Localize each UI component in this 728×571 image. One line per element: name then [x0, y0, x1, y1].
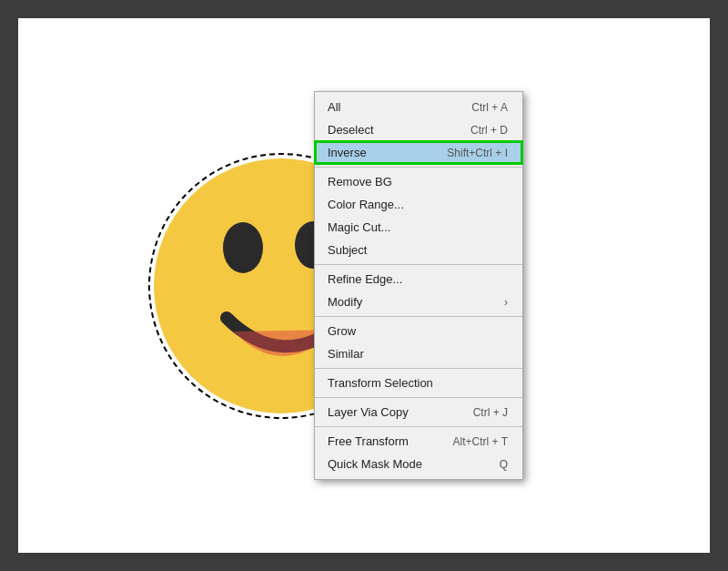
menu-separator: [315, 316, 522, 317]
menu-item-label-magic-cut: Magic Cut...: [328, 220, 508, 234]
menu-item-free-transform[interactable]: Free TransformAlt+Ctrl + T: [315, 430, 522, 453]
menu-item-grow[interactable]: Grow: [315, 320, 522, 342]
context-menu: AllCtrl + ADeselectCtrl + DInverseShift+…: [314, 91, 523, 480]
menu-item-shortcut-all: Ctrl + A: [471, 101, 508, 114]
menu-item-label-grow: Grow: [328, 324, 508, 338]
menu-separator: [315, 368, 522, 369]
menu-item-inverse[interactable]: InverseShift+Ctrl + I: [315, 141, 522, 164]
menu-item-label-deselect: Deselect: [328, 123, 443, 137]
menu-item-label-refine-edge: Refine Edge...: [328, 272, 508, 286]
menu-item-subject[interactable]: Subject: [315, 239, 522, 261]
menu-item-label-free-transform: Free Transform: [328, 434, 426, 448]
submenu-arrow-icon: ›: [504, 296, 508, 309]
menu-item-transform-selection[interactable]: Transform Selection: [315, 372, 522, 394]
menu-item-label-color-range: Color Range...: [328, 198, 508, 211]
menu-item-refine-edge[interactable]: Refine Edge...: [315, 268, 522, 291]
menu-item-label-similar: Similar: [328, 347, 508, 361]
menu-item-shortcut-deselect: Ctrl + D: [470, 124, 508, 137]
menu-item-color-range[interactable]: Color Range...: [315, 193, 522, 216]
menu-item-remove-bg[interactable]: Remove BG: [315, 170, 522, 193]
menu-item-shortcut-layer-via-copy: Ctrl + J: [473, 406, 508, 419]
menu-item-label-quick-mask: Quick Mask Mode: [328, 457, 472, 471]
menu-separator: [315, 397, 522, 398]
menu-item-label-all: All: [328, 100, 444, 114]
menu-separator: [315, 167, 522, 168]
menu-item-label-transform-selection: Transform Selection: [328, 376, 508, 390]
menu-item-quick-mask[interactable]: Quick Mask ModeQ: [315, 453, 522, 475]
svg-point-2: [223, 222, 263, 273]
menu-item-shortcut-inverse: Shift+Ctrl + I: [447, 147, 508, 159]
menu-item-magic-cut[interactable]: Magic Cut...: [315, 216, 522, 239]
menu-item-shortcut-free-transform: Alt+Ctrl + T: [453, 435, 508, 448]
menu-separator: [315, 264, 522, 265]
menu-item-similar[interactable]: Similar: [315, 342, 522, 365]
menu-item-layer-via-copy[interactable]: Layer Via CopyCtrl + J: [315, 401, 522, 423]
menu-item-all[interactable]: AllCtrl + A: [315, 96, 522, 118]
menu-item-label-modify: Modify: [328, 295, 477, 309]
menu-item-label-subject: Subject: [328, 243, 508, 257]
menu-item-label-layer-via-copy: Layer Via Copy: [328, 405, 446, 419]
menu-separator: [315, 426, 522, 427]
menu-item-deselect[interactable]: DeselectCtrl + D: [315, 118, 522, 141]
menu-item-label-inverse: Inverse: [328, 146, 420, 159]
menu-item-modify[interactable]: Modify›: [315, 291, 522, 313]
menu-item-shortcut-quick-mask: Q: [500, 458, 508, 471]
menu-item-label-remove-bg: Remove BG: [328, 175, 508, 189]
